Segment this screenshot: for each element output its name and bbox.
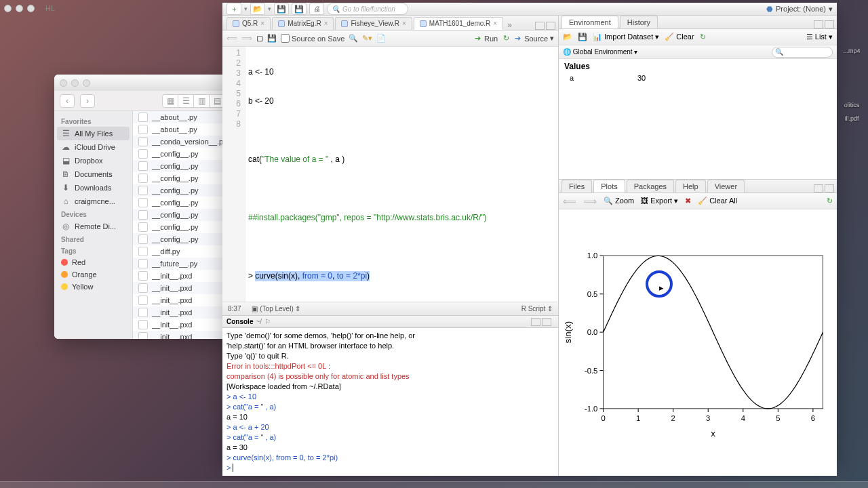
close-icon[interactable]: ×: [324, 20, 328, 27]
zoom-button[interactable]: 🔍 Zoom: [604, 197, 634, 205]
tab-files[interactable]: Files: [561, 180, 592, 192]
sidebar-item-documents[interactable]: 🗎Documents: [54, 167, 132, 181]
compile-button[interactable]: 📄: [376, 34, 386, 43]
forward-button[interactable]: ⟹: [241, 34, 252, 43]
tab-history[interactable]: History: [620, 16, 658, 28]
list-item[interactable]: __init__.pxd: [133, 270, 231, 282]
dock[interactable]: [0, 481, 868, 488]
more-tabs-button[interactable]: »: [507, 20, 512, 30]
scope-selector[interactable]: 🌐 Global Environment ▾: [563, 48, 637, 56]
list-item[interactable]: __conda_version__.p: [133, 136, 231, 148]
export-button[interactable]: 🖼 Export ▾: [641, 197, 678, 205]
close-icon[interactable]: ×: [260, 20, 264, 27]
list-item[interactable]: __config__.py: [133, 160, 231, 172]
source-on-save-checkbox[interactable]: Source on Save: [281, 34, 344, 43]
desktop-file[interactable]: ill.pdf: [838, 115, 865, 122]
scope-indicator[interactable]: ▣ (Top Level) ⇕: [252, 305, 300, 312]
list-item[interactable]: __config__.py: [133, 197, 231, 209]
list-item[interactable]: __about__.py: [133, 111, 231, 123]
back-button[interactable]: ⟸: [226, 34, 237, 43]
sidebar-item-downloads[interactable]: ⬇Downloads: [54, 181, 132, 195]
run-button[interactable]: Run: [475, 34, 498, 43]
find-button[interactable]: 🔍: [349, 34, 358, 43]
tab-packages[interactable]: Packages: [627, 180, 674, 192]
zoom-icon[interactable]: [83, 79, 90, 87]
save-button[interactable]: 💾: [578, 33, 587, 41]
close-icon[interactable]: ×: [402, 20, 406, 27]
view-icon-button[interactable]: ▦: [162, 94, 178, 108]
minimize-icon[interactable]: [71, 79, 79, 87]
sidebar-item-allmyfiles[interactable]: ☰All My Files: [57, 127, 130, 140]
list-item[interactable]: __config__.py: [133, 209, 231, 221]
clear-button[interactable]: 🧹 Clear: [665, 33, 694, 41]
finder-titlebar[interactable]: [54, 75, 231, 91]
list-item[interactable]: __init__.pxd: [133, 306, 231, 319]
maximize-pane-button[interactable]: [546, 22, 555, 30]
list-item[interactable]: __config__.py: [133, 221, 231, 233]
list-item[interactable]: __diff.py: [133, 245, 231, 258]
minimize-pane-button[interactable]: [531, 318, 540, 326]
forward-button[interactable]: ›: [80, 94, 95, 108]
goto-file-input[interactable]: 🔍 Go to file/function: [327, 3, 408, 15]
language-indicator[interactable]: R Script ⇕: [521, 305, 553, 312]
console-output[interactable]: Type 'demo()' for some demos, 'help()' f…: [222, 328, 558, 476]
finder-file-list[interactable]: __about__.py__about__.py__conda_version_…: [133, 111, 231, 339]
print-button[interactable]: 🖨: [309, 3, 324, 15]
rstudio-window[interactable]: ＋ ▾ 📂 ▾ 💾 💾 🖨 🔍 Go to file/function ⬣ Pr…: [222, 3, 837, 464]
maximize-pane-button[interactable]: [825, 184, 834, 192]
maximize-pane-button[interactable]: [542, 318, 551, 326]
plot-canvas[interactable]: -1.0-0.50.00.51.00123456xsin(x) ▸: [559, 209, 837, 476]
view-list-button[interactable]: ☰: [178, 94, 194, 108]
sidebar-tag-orange[interactable]: Orange: [54, 268, 132, 281]
minimize-pane-button[interactable]: [535, 22, 545, 30]
maximize-pane-button[interactable]: [825, 20, 834, 28]
load-button[interactable]: 📂: [563, 33, 572, 41]
wand-button[interactable]: ✎▾: [362, 34, 372, 43]
list-item[interactable]: __init__.pxd: [133, 319, 231, 331]
console-menu-button[interactable]: ⚐: [264, 318, 271, 325]
list-item[interactable]: __config__.py: [133, 148, 231, 160]
clear-all-button[interactable]: 🧹 Clear All: [698, 197, 737, 205]
save-button[interactable]: 💾: [267, 34, 277, 43]
show-in-new-window-button[interactable]: ▢: [256, 34, 263, 43]
sidebar-tag-red[interactable]: Red: [54, 256, 132, 268]
list-item[interactable]: __about__.py: [133, 123, 231, 136]
refresh-button[interactable]: ↻: [827, 197, 833, 205]
tab-help[interactable]: Help: [675, 180, 706, 192]
close-icon[interactable]: ×: [493, 20, 497, 27]
desktop-file[interactable]: olitics: [838, 102, 865, 108]
back-button[interactable]: ‹: [60, 94, 75, 108]
minimize-pane-button[interactable]: [814, 20, 823, 28]
sidebar-item-dropbox[interactable]: ⬓Dropbox: [54, 154, 132, 167]
new-file-button[interactable]: ＋: [226, 3, 241, 15]
tab-viewer[interactable]: Viewer: [707, 180, 745, 192]
close-icon[interactable]: [60, 79, 67, 87]
code-editor[interactable]: 12345678 a <- 10 b <- 20 cat("The value …: [222, 47, 558, 302]
list-item[interactable]: __init__.pxd: [133, 294, 231, 306]
next-plot-button[interactable]: ⟹: [583, 196, 597, 207]
source-tab[interactable]: Fisheye_View.R×: [335, 17, 412, 30]
rerun-button[interactable]: ↻: [503, 34, 509, 43]
env-search-input[interactable]: 🔍: [772, 47, 833, 58]
list-item[interactable]: __init__.pxd: [133, 331, 231, 339]
source-tab[interactable]: MatrixEg.R×: [272, 17, 334, 30]
save-button[interactable]: 💾: [274, 3, 289, 15]
list-item[interactable]: __config__.py: [133, 172, 231, 184]
sidebar-item-icloud[interactable]: ☁iCloud Drive: [54, 140, 132, 154]
list-item[interactable]: __future__.py: [133, 258, 231, 270]
source-button[interactable]: Source ▾: [515, 34, 554, 43]
desktop-file[interactable]: ...mp4: [838, 47, 865, 54]
list-item[interactable]: __config__.py: [133, 184, 231, 197]
sidebar-tag-yellow[interactable]: Yellow: [54, 281, 132, 293]
env-variable-row[interactable]: a 30: [564, 73, 831, 83]
sidebar-item-remote[interactable]: ◎Remote Di...: [54, 220, 132, 233]
tab-plots[interactable]: Plots: [593, 180, 625, 192]
finder-window[interactable]: ‹ › ▦ ☰ ▥ ▤ Favorites ☰All My Files ☁iCl…: [54, 75, 231, 339]
list-item[interactable]: __config__.py: [133, 233, 231, 245]
remove-plot-button[interactable]: ✖: [685, 197, 691, 205]
source-tab[interactable]: Q5.R×: [226, 17, 271, 30]
project-menu[interactable]: ⬣ Project: (None) ▾: [766, 5, 833, 14]
source-tab-active[interactable]: MATH1601_demo.R×: [414, 17, 503, 30]
prev-plot-button[interactable]: ⟸: [563, 196, 576, 207]
refresh-button[interactable]: ↻: [700, 33, 706, 41]
